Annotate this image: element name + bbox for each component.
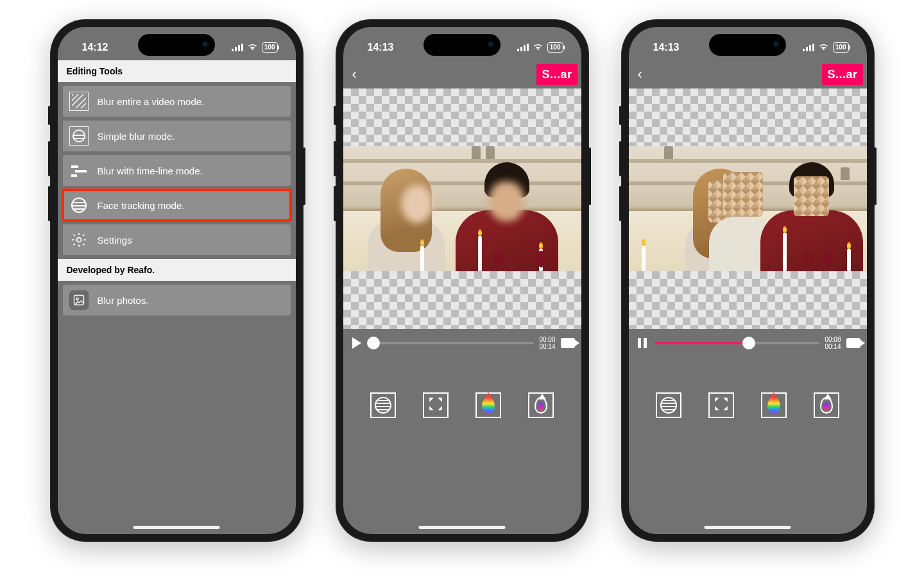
camera-icon[interactable] xyxy=(846,338,860,348)
tool-expand[interactable] xyxy=(423,392,449,418)
back-button[interactable]: ‹ xyxy=(352,66,357,83)
battery-icon: 100 xyxy=(833,42,849,53)
video-preview xyxy=(629,146,867,271)
seek-slider[interactable] xyxy=(369,342,535,344)
time-total: 00:14 xyxy=(539,343,555,350)
face-tracking-icon xyxy=(69,196,89,215)
video-preview xyxy=(343,146,581,271)
svg-rect-1 xyxy=(71,165,78,168)
menu-timeline-blur[interactable]: Blur with time-line mode. xyxy=(63,155,291,186)
canvas[interactable] xyxy=(629,88,867,329)
tool-color-rainbow[interactable] xyxy=(475,392,501,418)
cellular-icon xyxy=(517,44,529,51)
home-indicator xyxy=(419,526,506,529)
phone-3: 14:13 100 ‹ S...ar xyxy=(621,19,875,542)
tool-row xyxy=(629,357,867,418)
menu-simple-blur[interactable]: Simple blur mode. xyxy=(63,121,291,151)
status-time: 14:12 xyxy=(82,42,108,53)
blurred-face xyxy=(489,181,524,221)
wifi-icon xyxy=(247,42,258,53)
blurred-face xyxy=(401,185,433,223)
dynamic-island xyxy=(138,34,215,56)
section-header-dev: Developed by Reafo. xyxy=(58,259,296,281)
player-bar: 00:00 00:14 xyxy=(343,329,581,357)
status-time: 14:13 xyxy=(653,42,680,53)
menu-label: Face tracking mode. xyxy=(98,200,185,211)
dynamic-island xyxy=(424,34,501,56)
menu-label: Blur with time-line mode. xyxy=(98,165,203,176)
pause-button[interactable] xyxy=(635,338,649,348)
tool-expand[interactable] xyxy=(708,392,734,418)
back-button[interactable]: ‹ xyxy=(638,66,642,83)
svg-rect-3 xyxy=(71,174,77,177)
time-display: 00:00 00:14 xyxy=(539,336,555,350)
tool-color-rainbow[interactable] xyxy=(761,392,787,418)
status-time: 14:13 xyxy=(368,42,394,53)
menu-settings[interactable]: Settings xyxy=(63,224,291,255)
battery-icon: 100 xyxy=(547,42,563,53)
camera-icon[interactable] xyxy=(561,338,575,348)
menu-face-tracking[interactable]: Face tracking mode. xyxy=(63,190,291,221)
lines-circle-icon xyxy=(69,126,89,146)
hatch-icon xyxy=(69,92,89,111)
outline-drop-icon xyxy=(535,397,547,414)
phone-1: 14:12 100 Editing Tools Blur entire a vi… xyxy=(50,19,304,542)
wifi-icon xyxy=(533,42,543,53)
section-header-tools: Editing Tools xyxy=(58,60,296,82)
tool-color-outline[interactable] xyxy=(528,392,554,418)
tool-color-outline[interactable] xyxy=(814,392,839,418)
pixelated-face xyxy=(794,176,829,216)
top-right-button[interactable]: S...ar xyxy=(536,64,577,85)
svg-point-4 xyxy=(76,238,81,242)
canvas[interactable] xyxy=(343,88,581,329)
menu-label: Blur photos. xyxy=(98,295,149,306)
cellular-icon xyxy=(803,44,814,51)
svg-rect-2 xyxy=(75,170,87,172)
battery-icon: 100 xyxy=(262,42,278,53)
svg-point-6 xyxy=(76,298,78,300)
time-display: 00:08 00:14 xyxy=(825,336,841,350)
home-indicator xyxy=(133,526,220,529)
time-current: 00:08 xyxy=(825,336,841,343)
rainbow-drop-icon xyxy=(767,397,780,414)
home-indicator xyxy=(705,526,791,529)
top-right-button[interactable]: S...ar xyxy=(822,64,862,85)
expand-icon xyxy=(427,396,444,415)
tool-blur-style[interactable] xyxy=(370,392,396,418)
wifi-icon xyxy=(818,42,829,53)
tool-blur-style[interactable] xyxy=(656,392,681,418)
time-current: 00:00 xyxy=(539,336,555,343)
menu-label: Simple blur mode. xyxy=(98,131,175,142)
tool-row xyxy=(343,357,581,418)
cellular-icon xyxy=(232,44,243,51)
menu-blur-entire-video[interactable]: Blur entire a video mode. xyxy=(63,86,291,117)
dynamic-island xyxy=(709,34,786,56)
outline-drop-icon xyxy=(820,397,833,414)
pixelated-face xyxy=(723,172,763,217)
menu-label: Blur entire a video mode. xyxy=(98,96,205,107)
play-button[interactable] xyxy=(350,337,364,349)
editor-topbar: ‹ S...ar xyxy=(629,60,867,88)
expand-icon xyxy=(713,396,730,415)
seek-slider[interactable] xyxy=(654,342,820,344)
svg-rect-0 xyxy=(72,94,86,108)
menu-label: Settings xyxy=(98,235,132,246)
rainbow-drop-icon xyxy=(482,397,495,414)
menu-blur-photos[interactable]: Blur photos. xyxy=(63,285,291,315)
gear-icon xyxy=(69,230,89,249)
editor-topbar: ‹ S...ar xyxy=(343,60,581,88)
phone-2: 14:13 100 ‹ S...ar xyxy=(336,19,589,542)
blur-photos-icon xyxy=(69,290,89,310)
player-bar: 00:08 00:14 xyxy=(629,329,867,357)
timeline-icon xyxy=(69,161,89,180)
time-total: 00:14 xyxy=(825,343,841,350)
